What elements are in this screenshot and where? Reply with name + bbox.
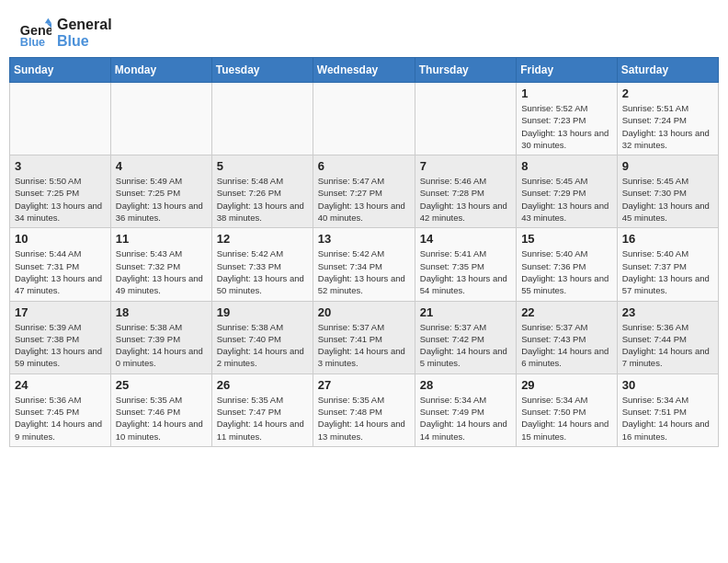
- day-info: Sunrise: 5:38 AM Sunset: 7:39 PM Dayligh…: [116, 321, 207, 370]
- day-number: 9: [622, 159, 713, 173]
- calendar-week-4: 17Sunrise: 5:39 AM Sunset: 7:38 PM Dayli…: [10, 301, 719, 373]
- calendar-day: [10, 83, 111, 155]
- day-number: 27: [318, 378, 410, 392]
- day-number: 17: [15, 305, 106, 319]
- calendar-week-3: 10Sunrise: 5:44 AM Sunset: 7:31 PM Dayli…: [10, 228, 719, 301]
- svg-marker-2: [45, 18, 51, 23]
- day-info: Sunrise: 5:48 AM Sunset: 7:26 PM Dayligh…: [217, 175, 308, 224]
- day-info: Sunrise: 5:40 AM Sunset: 7:37 PM Dayligh…: [622, 247, 713, 296]
- weekday-sunday: Sunday: [10, 58, 111, 83]
- day-info: Sunrise: 5:35 AM Sunset: 7:48 PM Dayligh…: [318, 394, 410, 442]
- day-info: Sunrise: 5:43 AM Sunset: 7:32 PM Dayligh…: [116, 247, 207, 296]
- day-info: Sunrise: 5:34 AM Sunset: 7:49 PM Dayligh…: [420, 394, 511, 442]
- weekday-friday: Friday: [517, 58, 618, 83]
- day-number: 19: [217, 305, 308, 319]
- calendar-day: 20Sunrise: 5:37 AM Sunset: 7:41 PM Dayli…: [313, 301, 415, 373]
- svg-text:General: General: [20, 23, 51, 38]
- calendar-day: 4Sunrise: 5:49 AM Sunset: 7:25 PM Daylig…: [110, 155, 211, 228]
- day-number: 25: [116, 378, 207, 392]
- day-info: Sunrise: 5:45 AM Sunset: 7:29 PM Dayligh…: [521, 175, 612, 224]
- day-number: 7: [420, 159, 511, 173]
- calendar-day: 13Sunrise: 5:42 AM Sunset: 7:34 PM Dayli…: [313, 228, 415, 301]
- day-number: 23: [622, 305, 713, 319]
- day-number: 5: [217, 159, 308, 173]
- day-number: 2: [622, 86, 713, 100]
- calendar-week-5: 24Sunrise: 5:36 AM Sunset: 7:45 PM Dayli…: [10, 373, 719, 446]
- day-number: 16: [622, 232, 713, 246]
- day-info: Sunrise: 5:45 AM Sunset: 7:30 PM Dayligh…: [622, 175, 713, 224]
- day-number: 26: [217, 378, 308, 392]
- calendar-week-2: 3Sunrise: 5:50 AM Sunset: 7:25 PM Daylig…: [10, 155, 719, 228]
- day-info: Sunrise: 5:39 AM Sunset: 7:38 PM Dayligh…: [15, 321, 106, 370]
- calendar-day: 14Sunrise: 5:41 AM Sunset: 7:35 PM Dayli…: [415, 228, 516, 301]
- calendar-body: 1Sunrise: 5:52 AM Sunset: 7:23 PM Daylig…: [10, 83, 719, 447]
- weekday-header-row: SundayMondayTuesdayWednesdayThursdayFrid…: [10, 58, 719, 83]
- day-info: Sunrise: 5:44 AM Sunset: 7:31 PM Dayligh…: [15, 247, 106, 296]
- calendar-day: [110, 83, 211, 155]
- calendar-day: 7Sunrise: 5:46 AM Sunset: 7:28 PM Daylig…: [415, 155, 516, 228]
- logo-blue: Blue: [57, 33, 112, 50]
- day-number: 14: [420, 232, 511, 246]
- page-header: General Blue General Blue: [0, 0, 728, 57]
- day-info: Sunrise: 5:46 AM Sunset: 7:28 PM Dayligh…: [420, 175, 511, 224]
- day-info: Sunrise: 5:34 AM Sunset: 7:50 PM Dayligh…: [521, 394, 612, 442]
- calendar-week-1: 1Sunrise: 5:52 AM Sunset: 7:23 PM Daylig…: [10, 83, 719, 155]
- calendar-day: 8Sunrise: 5:45 AM Sunset: 7:29 PM Daylig…: [517, 155, 618, 228]
- day-info: Sunrise: 5:41 AM Sunset: 7:35 PM Dayligh…: [420, 247, 511, 296]
- calendar-day: 9Sunrise: 5:45 AM Sunset: 7:30 PM Daylig…: [617, 155, 718, 228]
- calendar-day: 12Sunrise: 5:42 AM Sunset: 7:33 PM Dayli…: [211, 228, 313, 301]
- day-info: Sunrise: 5:35 AM Sunset: 7:47 PM Dayligh…: [217, 394, 308, 442]
- day-number: 12: [217, 232, 308, 246]
- day-number: 29: [521, 378, 612, 392]
- calendar-day: [313, 83, 415, 155]
- day-info: Sunrise: 5:50 AM Sunset: 7:25 PM Dayligh…: [15, 175, 106, 224]
- calendar-day: 11Sunrise: 5:43 AM Sunset: 7:32 PM Dayli…: [110, 228, 211, 301]
- calendar-wrapper: SundayMondayTuesdayWednesdayThursdayFrid…: [0, 57, 728, 456]
- day-info: Sunrise: 5:52 AM Sunset: 7:23 PM Dayligh…: [521, 102, 612, 151]
- calendar-day: 28Sunrise: 5:34 AM Sunset: 7:49 PM Dayli…: [415, 373, 516, 446]
- calendar-day: 3Sunrise: 5:50 AM Sunset: 7:25 PM Daylig…: [10, 155, 111, 228]
- calendar-day: 27Sunrise: 5:35 AM Sunset: 7:48 PM Dayli…: [313, 373, 415, 446]
- day-number: 15: [521, 232, 612, 246]
- calendar-header: SundayMondayTuesdayWednesdayThursdayFrid…: [10, 58, 719, 83]
- logo-general: General: [57, 17, 112, 33]
- day-number: 1: [521, 86, 612, 100]
- calendar-day: 10Sunrise: 5:44 AM Sunset: 7:31 PM Dayli…: [10, 228, 111, 301]
- calendar-day: [415, 83, 516, 155]
- svg-text:Blue: Blue: [20, 36, 45, 49]
- day-number: 20: [318, 305, 410, 319]
- weekday-monday: Monday: [110, 58, 211, 83]
- calendar-day: 26Sunrise: 5:35 AM Sunset: 7:47 PM Dayli…: [211, 373, 313, 446]
- calendar-day: 6Sunrise: 5:47 AM Sunset: 7:27 PM Daylig…: [313, 155, 415, 228]
- logo-icon: General Blue: [18, 17, 51, 50]
- calendar-day: 19Sunrise: 5:38 AM Sunset: 7:40 PM Dayli…: [211, 301, 313, 373]
- weekday-saturday: Saturday: [617, 58, 718, 83]
- calendar-day: 23Sunrise: 5:36 AM Sunset: 7:44 PM Dayli…: [617, 301, 718, 373]
- weekday-tuesday: Tuesday: [211, 58, 313, 83]
- weekday-wednesday: Wednesday: [313, 58, 415, 83]
- calendar-day: [211, 83, 313, 155]
- calendar-day: 15Sunrise: 5:40 AM Sunset: 7:36 PM Dayli…: [517, 228, 618, 301]
- day-number: 28: [420, 378, 511, 392]
- day-info: Sunrise: 5:42 AM Sunset: 7:34 PM Dayligh…: [318, 247, 410, 296]
- day-info: Sunrise: 5:37 AM Sunset: 7:42 PM Dayligh…: [420, 321, 511, 370]
- day-info: Sunrise: 5:51 AM Sunset: 7:24 PM Dayligh…: [622, 102, 713, 151]
- day-number: 13: [318, 232, 410, 246]
- day-number: 4: [116, 159, 207, 173]
- day-info: Sunrise: 5:36 AM Sunset: 7:44 PM Dayligh…: [622, 321, 713, 370]
- day-info: Sunrise: 5:42 AM Sunset: 7:33 PM Dayligh…: [217, 247, 308, 296]
- day-info: Sunrise: 5:40 AM Sunset: 7:36 PM Dayligh…: [521, 247, 612, 296]
- calendar-day: 1Sunrise: 5:52 AM Sunset: 7:23 PM Daylig…: [517, 83, 618, 155]
- day-info: Sunrise: 5:47 AM Sunset: 7:27 PM Dayligh…: [318, 175, 410, 224]
- day-number: 3: [15, 159, 106, 173]
- day-info: Sunrise: 5:37 AM Sunset: 7:41 PM Dayligh…: [318, 321, 410, 370]
- calendar-day: 25Sunrise: 5:35 AM Sunset: 7:46 PM Dayli…: [110, 373, 211, 446]
- day-number: 6: [318, 159, 410, 173]
- day-number: 8: [521, 159, 612, 173]
- calendar-day: 30Sunrise: 5:34 AM Sunset: 7:51 PM Dayli…: [617, 373, 718, 446]
- day-number: 11: [116, 232, 207, 246]
- calendar-day: 5Sunrise: 5:48 AM Sunset: 7:26 PM Daylig…: [211, 155, 313, 228]
- calendar-day: 29Sunrise: 5:34 AM Sunset: 7:50 PM Dayli…: [517, 373, 618, 446]
- logo: General Blue General Blue: [18, 17, 112, 50]
- day-info: Sunrise: 5:37 AM Sunset: 7:43 PM Dayligh…: [521, 321, 612, 370]
